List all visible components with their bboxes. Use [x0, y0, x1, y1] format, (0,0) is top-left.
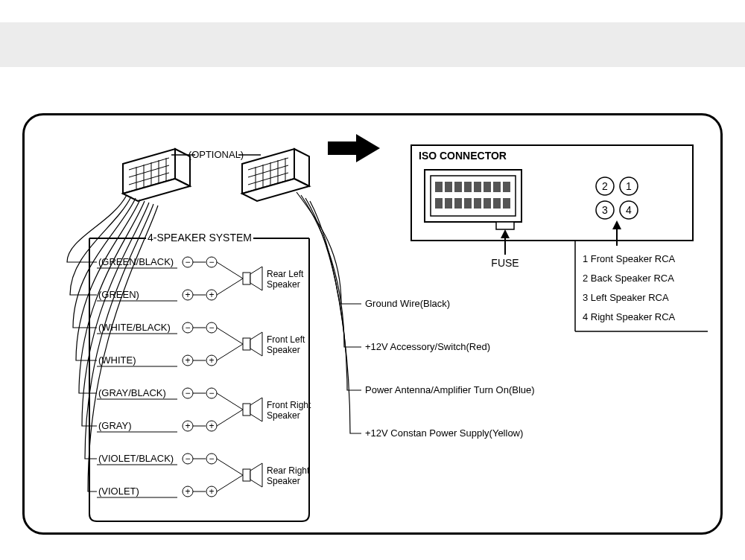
svg-text:+: +: [209, 421, 214, 431]
speaker-label: Front Left: [267, 334, 305, 345]
svg-rect-40: [464, 198, 472, 209]
svg-line-131: [217, 475, 243, 491]
svg-text:+: +: [185, 355, 190, 366]
svg-rect-30: [445, 182, 452, 192]
svg-text:2: 2: [602, 180, 608, 192]
svg-rect-29: [435, 182, 443, 192]
svg-marker-123: [250, 332, 262, 356]
svg-rect-122: [243, 338, 250, 350]
svg-text:+12V Constan Power Supply(Yell: +12V Constan Power Supply(Yellow): [365, 427, 523, 439]
svg-text:+: +: [185, 290, 190, 300]
svg-rect-33: [474, 182, 481, 192]
wire-color-label: (GRAY): [98, 420, 132, 431]
svg-marker-133: [250, 463, 262, 487]
svg-rect-117: [243, 273, 250, 284]
svg-marker-128: [250, 398, 262, 421]
speaker-icon: [243, 463, 262, 487]
wire-color-label: (WHITE/BLACK): [98, 322, 171, 333]
svg-rect-38: [445, 198, 452, 209]
svg-rect-45: [496, 222, 514, 229]
svg-text:−: −: [209, 454, 214, 464]
speaker-label: Rear Left: [267, 269, 304, 279]
svg-text:−: −: [185, 257, 190, 267]
svg-text:+: +: [209, 290, 214, 300]
svg-text:Speaker: Speaker: [267, 410, 300, 421]
svg-text:4: 4: [626, 204, 632, 216]
svg-text:(OPTIONAL): (OPTIONAL): [188, 149, 244, 160]
svg-text:+: +: [185, 486, 190, 497]
svg-text:1: 1: [626, 180, 632, 192]
svg-line-125: [217, 393, 243, 410]
svg-text:FUSE: FUSE: [491, 257, 519, 269]
svg-rect-132: [243, 469, 250, 481]
svg-line-120: [217, 328, 243, 344]
wire-color-label: (GRAY/BLACK): [98, 387, 166, 398]
svg-line-116: [217, 279, 243, 295]
svg-rect-35: [493, 182, 501, 192]
iso-title: ISO CONNECTOR: [419, 150, 507, 162]
svg-line-126: [217, 410, 243, 426]
right-connector: [242, 149, 309, 201]
harness-left: [67, 195, 158, 491]
svg-line-130: [217, 459, 243, 475]
svg-text:4 Right  Speaker RCA: 4 Right Speaker RCA: [583, 311, 676, 322]
svg-text:−: −: [185, 454, 190, 464]
svg-text:−: −: [209, 257, 214, 267]
svg-text:+12V Accessory/Switch(Red): +12V Accessory/Switch(Red): [365, 341, 490, 352]
svg-rect-36: [503, 182, 510, 192]
svg-rect-34: [484, 182, 491, 192]
svg-text:Speaker: Speaker: [267, 476, 300, 486]
svg-text:Speaker: Speaker: [267, 279, 300, 290]
wire-color-label: (GREEN/BLACK): [98, 256, 174, 267]
wire-color-label: (GREEN): [98, 289, 139, 300]
svg-rect-43: [493, 198, 501, 209]
svg-rect-39: [454, 198, 462, 209]
svg-text:+: +: [185, 421, 190, 431]
wire-color-label: (VIOLET/BLACK): [98, 453, 174, 464]
speaker-icon: [243, 267, 262, 290]
speaker-label: Front Right: [267, 400, 311, 410]
svg-rect-28: [431, 176, 516, 216]
svg-rect-42: [484, 198, 491, 209]
harness-right: [297, 192, 361, 433]
speaker-icon: [243, 398, 262, 421]
svg-text:−: −: [209, 322, 214, 333]
power-wire-labels: Ground Wire(Black) +12V Accessory/Switch…: [365, 298, 535, 439]
svg-text:+: +: [209, 355, 214, 366]
svg-rect-25: [328, 141, 356, 155]
svg-marker-118: [250, 267, 262, 290]
wiring-diagram: (OPTIONAL) ISO CONNECTOR FUSE 2 1 3 4: [0, 0, 745, 560]
svg-text:2 Back Speaker RCA: 2 Back Speaker RCA: [583, 273, 674, 284]
speaker-icon: [243, 332, 262, 356]
speaker-label: Rear Right: [267, 465, 310, 476]
svg-text:−: −: [185, 388, 190, 398]
svg-text:3: 3: [602, 204, 608, 216]
svg-text:Ground Wire(Black): Ground Wire(Black): [365, 298, 450, 309]
iso-plug: [425, 170, 522, 229]
svg-text:Power Antenna/Amplifier Turn O: Power Antenna/Amplifier Turn On(Blue): [365, 384, 535, 395]
left-connector: [123, 149, 190, 201]
insert-arrow-icon: [328, 134, 380, 162]
wire-color-label: (VIOLET): [98, 486, 139, 497]
svg-rect-41: [474, 198, 481, 209]
svg-rect-44: [503, 198, 510, 209]
svg-rect-31: [454, 182, 462, 192]
speaker-wires: (GREEN/BLACK)−−(GREEN)++(WHITE/BLACK)−−(…: [97, 256, 311, 497]
svg-text:3 Left  Speaker RCA: 3 Left Speaker RCA: [583, 292, 669, 303]
svg-text:+: +: [209, 486, 214, 497]
rca-legend: 1 Front Speaker RCA 2 Back Speaker RCA 3…: [575, 241, 708, 331]
svg-rect-127: [243, 404, 250, 416]
svg-text:Speaker: Speaker: [267, 345, 300, 355]
svg-line-121: [217, 344, 243, 360]
speaker-system-title: 4-SPEAKER SYSTEM: [148, 232, 252, 244]
svg-text:−: −: [209, 388, 214, 398]
svg-rect-37: [435, 198, 443, 209]
svg-rect-32: [464, 182, 472, 192]
svg-text:1 Front Speaker RCA: 1 Front Speaker RCA: [583, 253, 676, 264]
svg-text:−: −: [185, 322, 190, 333]
svg-line-115: [217, 262, 243, 279]
svg-marker-26: [356, 134, 380, 162]
